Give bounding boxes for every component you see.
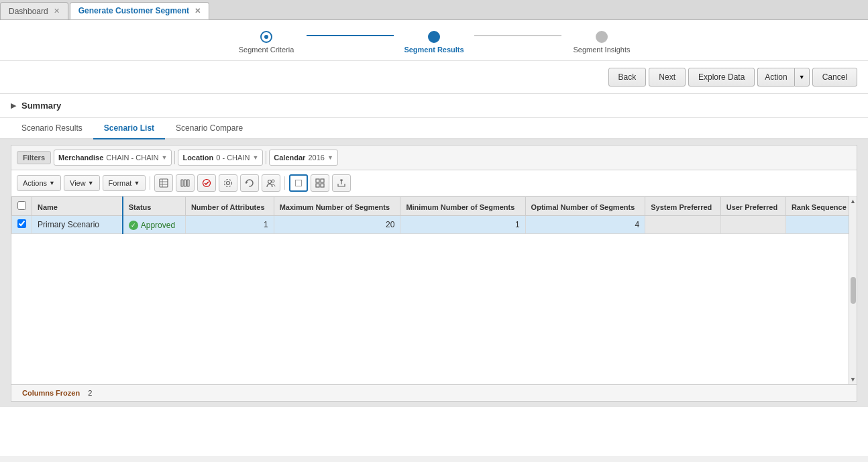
row-checkbox[interactable] [17,219,26,228]
sub-tabs: Scenario Results Scenario List Scenario … [0,118,868,139]
browser-tabs: Dashboard ✕ Generate Customer Segment ✕ [0,0,868,20]
toolbar-icon-grid-view[interactable] [311,174,329,192]
table-panel: Filters Merchandise CHAIN - CHAIN ▼ Loca… [11,145,857,402]
toolbar-icon-users[interactable] [262,174,280,192]
filter-location[interactable]: Location 0 - CHAIN ▼ [178,150,263,166]
format-dropdown-btn[interactable]: Format ▼ [103,175,146,191]
col-header-min-segments: Minimum Number of Segments [400,197,525,216]
svg-rect-14 [316,184,319,187]
svg-point-9 [225,180,232,187]
filter-merchandise-value: CHAIN - CHAIN [106,154,158,162]
row-min-segments: 1 [400,216,525,234]
explore-data-button[interactable]: Explore Data [688,68,755,86]
svg-point-11 [272,180,274,182]
action-main-button[interactable]: Action [757,68,794,86]
filter-calendar[interactable]: Calendar 2016 ▼ [269,150,337,166]
toolbar-icon-refresh[interactable] [240,174,259,192]
filter-location-dropdown-icon: ▼ [252,154,258,161]
step-circle-insights [596,31,608,43]
svg-rect-5 [184,180,186,186]
filters-label: Filters [17,151,51,164]
view-dropdown-btn[interactable]: View ▼ [64,175,100,191]
step-circle-results [428,31,440,43]
tab-dashboard-close[interactable]: ✕ [54,7,60,15]
approved-status: ✓ Approved [129,221,175,230]
wizard-step-segment-results[interactable]: Segment Results [394,31,474,54]
table-wrapper: Name Status Number of Attributes Maximum… [11,196,857,384]
cancel-button[interactable]: Cancel [812,68,857,86]
toolbar-icon-active-view[interactable] [289,174,308,192]
tab-generate-customer-segment[interactable]: Generate Customer Segment ✕ [70,2,209,19]
table-row[interactable]: Primary Scenario ✓ Approved 1 20 1 [12,216,856,234]
sub-tab-scenario-results[interactable]: Scenario Results [11,118,93,139]
row-num-attributes: 1 [185,216,274,234]
svg-rect-6 [187,180,189,186]
row-max-segments: 20 [274,216,400,234]
action-dropdown-button[interactable]: ▼ [794,68,810,86]
col-header-max-segments: Maximum Number of Segments [274,197,400,216]
col-header-name: Name [32,197,123,216]
summary-section: ▶ Summary [0,94,868,118]
col-header-num-attributes: Number of Attributes [185,197,274,216]
svg-rect-13 [321,179,324,182]
select-all-checkbox[interactable] [17,201,26,210]
filter-calendar-name: Calendar [274,154,305,162]
tab-dashboard[interactable]: Dashboard ✕ [0,2,68,19]
wizard-step-segment-criteria[interactable]: Segment Criteria [226,31,307,54]
table-footer: Columns Frozen 2 [11,384,857,401]
step-circle-criteria [260,31,272,43]
filter-location-name: Location [182,154,213,162]
row-rank-sequence [785,216,855,234]
format-arrow-icon: ▼ [133,180,140,186]
filter-merchandise-dropdown-icon: ▼ [162,154,168,161]
toolbar-icon-checkmark[interactable] [197,174,216,192]
sub-tab-scenario-compare[interactable]: Scenario Compare [165,118,254,139]
toolbar-icon-export[interactable] [332,174,351,192]
actions-label: Actions [23,179,47,187]
row-system-preferred [645,216,720,234]
sub-tab-scenario-list[interactable]: Scenario List [93,118,165,139]
columns-frozen-value: 2 [88,389,92,397]
row-name: Primary Scenario [32,216,123,234]
row-user-preferred [720,216,785,234]
col-header-checkbox[interactable] [12,197,32,216]
col-header-status: Status [123,197,186,216]
scroll-thumb[interactable] [851,277,856,304]
view-arrow-icon: ▼ [88,180,94,186]
svg-rect-4 [181,180,183,186]
next-button[interactable]: Next [649,68,686,86]
filter-sep-1 [174,151,175,164]
summary-toggle[interactable]: ▶ [11,101,16,110]
filter-bar: Filters Merchandise CHAIN - CHAIN ▼ Loca… [11,146,857,170]
col-header-user-preferred: User Preferred [720,197,785,216]
row-optimal-segments: 4 [525,216,645,234]
scroll-down-arrow[interactable]: ▼ [850,376,856,383]
approved-icon-circle: ✓ [129,221,138,230]
toolbar-icon-columns[interactable] [176,174,195,192]
main-content: Segment Criteria Segment Results Segment… [0,20,868,456]
vertical-scrollbar[interactable]: ▲ ▼ [849,196,857,384]
toolbar-icon-gear[interactable] [219,174,237,192]
filter-merchandise[interactable]: Merchandise CHAIN - CHAIN ▼ [54,150,172,166]
back-button[interactable]: Back [608,68,647,86]
tab-generate-close[interactable]: ✕ [195,7,201,15]
wizard-step-segment-insights[interactable]: Segment Insights [561,31,642,54]
row-checkbox-cell[interactable] [12,216,32,234]
toolbar-icon-spreadsheet[interactable] [154,174,173,192]
filter-calendar-dropdown-icon: ▼ [327,154,333,161]
filter-calendar-value: 2016 [308,154,324,162]
actions-dropdown-btn[interactable]: Actions ▼ [17,175,61,191]
filter-sep-2 [266,151,266,164]
svg-rect-15 [321,184,324,187]
col-header-system-preferred: System Preferred [645,197,720,216]
table-container[interactable]: Name Status Number of Attributes Maximum… [11,196,857,384]
toolbar-separator-1 [150,176,150,190]
view-label: View [70,179,86,187]
tab-dashboard-label: Dashboard [9,7,48,16]
actions-arrow-icon: ▼ [49,180,55,186]
scroll-up-arrow[interactable]: ▲ [850,198,856,205]
columns-frozen-label: Columns Frozen [22,389,80,397]
action-button-group: Action ▼ [757,68,809,86]
filter-location-value: 0 - CHAIN [216,154,250,162]
summary-title: Summary [21,101,61,111]
